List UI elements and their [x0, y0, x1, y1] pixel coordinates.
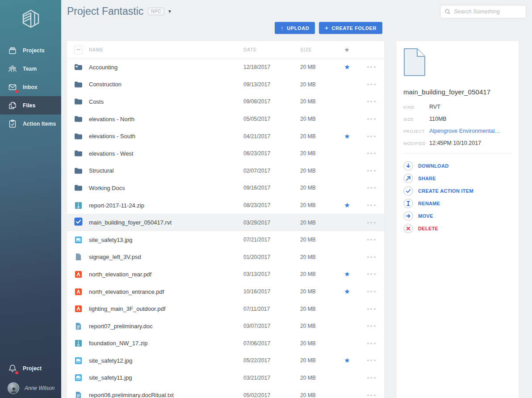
bell-icon	[8, 364, 17, 373]
sidebar-item-label: Team	[23, 66, 37, 72]
sidebar-item-action-items[interactable]: Action Items	[0, 114, 61, 133]
row-menu-button[interactable]	[366, 237, 377, 242]
row-menu-button[interactable]	[366, 289, 377, 294]
row-menu-button[interactable]	[366, 271, 377, 277]
star-icon[interactable]: ★	[344, 270, 350, 278]
upload-button[interactable]: ↑ UPLOAD	[275, 22, 315, 34]
table-row[interactable]: north_elevation_entrance.pdf10/16/201720…	[67, 283, 384, 301]
sidebar-item-inbox[interactable]: Inbox	[0, 78, 61, 96]
row-menu-button[interactable]	[366, 393, 377, 398]
sidebar-item-team[interactable]: Team	[0, 59, 61, 78]
table-row[interactable]: Accounting12/18/201720 MB★	[67, 59, 384, 76]
move-button[interactable]: MOVE	[403, 212, 512, 220]
table-row[interactable]: report-2017-11-24.zip08/23/201720 MB★	[67, 197, 384, 214]
table-row[interactable]: elevations - West06/23/201720 MB	[67, 145, 384, 162]
star-icon[interactable]: ★	[344, 288, 350, 295]
action-label: DOWNLOAD	[418, 163, 448, 169]
star-icon[interactable]: ★	[344, 63, 350, 71]
file-date: 02/07/2017	[243, 168, 300, 174]
share-button[interactable]: SHARE	[403, 174, 512, 182]
column-header-star-icon[interactable]: ★	[336, 46, 358, 53]
folder-icon	[74, 97, 83, 106]
row-menu-button[interactable]	[366, 203, 377, 208]
metadata-value-link[interactable]: Alpengrove Environmental…	[429, 128, 500, 134]
row-menu-button[interactable]	[366, 358, 377, 363]
table-row[interactable]: site_safety12.jpg05/22/201720 MB★	[67, 352, 384, 369]
row-menu-button[interactable]	[366, 375, 377, 381]
upload-arrow-icon: ↑	[281, 25, 284, 31]
row-menu-button[interactable]	[366, 82, 377, 87]
table-row[interactable]: site_safety13.jpg07/21/201720 MB	[67, 231, 384, 249]
select-all-checkbox[interactable]	[74, 46, 83, 54]
star-icon[interactable]: ★	[344, 356, 350, 364]
row-menu-button[interactable]	[366, 341, 377, 346]
metadata-value: 110MB	[429, 116, 447, 122]
row-menu-button[interactable]	[366, 185, 377, 191]
notification-dot	[15, 90, 18, 93]
sidebar-item-projects[interactable]: Projects	[0, 41, 61, 59]
panel-divider	[403, 153, 512, 154]
file-size: 20 MB	[300, 133, 336, 140]
table-row[interactable]: Construction09/13/201720 MB	[67, 76, 384, 93]
table-row[interactable]: Costs09/08/201720 MB	[67, 93, 384, 110]
company-logo-icon	[21, 9, 41, 29]
row-menu-button[interactable]	[366, 306, 377, 312]
create-action-item-button[interactable]: CREATE ACTION ITEM	[403, 187, 512, 195]
metadata-label: KIND	[403, 105, 429, 110]
file-name: elevations - North	[89, 116, 243, 123]
action-label: RENAME	[418, 201, 440, 206]
row-menu-button[interactable]	[366, 151, 377, 156]
row-menu-button[interactable]	[366, 99, 377, 104]
metadata-label: SIZE	[403, 117, 429, 122]
row-menu-button[interactable]	[366, 64, 377, 70]
download-button[interactable]: DOWNLOAD	[403, 162, 512, 170]
app-logo[interactable]	[0, 0, 61, 41]
sidebar-item-files[interactable]: Files	[0, 96, 61, 114]
file-name: Costs	[89, 98, 243, 105]
file-size: 20 MB	[300, 185, 336, 191]
star-icon[interactable]: ★	[344, 201, 350, 209]
table-row[interactable]: report06.preliminary.docRitual.txt05/02/…	[67, 386, 384, 398]
row-menu-button[interactable]	[366, 220, 377, 225]
column-header-name[interactable]: NAME	[89, 47, 243, 52]
column-header-date[interactable]: DATE	[243, 47, 300, 52]
table-row[interactable]: elevations - South04/21/201720 MB★	[67, 127, 384, 145]
zip-icon	[74, 339, 83, 347]
table-row[interactable]: Working Docs09/16/201720 MB	[67, 179, 384, 197]
row-checkbox-checked[interactable]	[74, 217, 83, 228]
table-row[interactable]: site_safety11.jpg03/21/201720 MB	[67, 369, 384, 387]
sidebar-item-label: Action Items	[23, 121, 56, 127]
project-notifications-button[interactable]: Project	[0, 359, 61, 378]
move-icon	[403, 211, 413, 221]
row-menu-button[interactable]	[366, 254, 377, 260]
action-label: CREATE ACTION ITEM	[418, 188, 473, 194]
table-row[interactable]: Structural02/07/201720 MB	[67, 162, 384, 180]
sidebar-item-label: Files	[23, 102, 35, 109]
column-header-size[interactable]: SIZE	[300, 47, 336, 52]
search-input[interactable]	[454, 8, 522, 15]
file-size: 20 MB	[300, 392, 336, 398]
project-dropdown-caret-icon[interactable]: ▼	[168, 9, 172, 14]
action-label: SHARE	[418, 176, 436, 181]
file-date: 06/23/2017	[243, 150, 300, 157]
row-menu-button[interactable]	[366, 168, 377, 174]
search-box[interactable]	[440, 5, 526, 18]
file-date: 03/07/2017	[243, 323, 300, 329]
row-menu-button[interactable]	[366, 116, 377, 122]
table-row[interactable]: main_building_foyer_050417.rvt03/29/2017…	[67, 214, 384, 231]
table-row[interactable]: lighting_main_3F_outdoor.pdf07/11/201720…	[67, 300, 384, 318]
file-name: report07_preliminary.doc	[89, 323, 243, 330]
row-menu-button[interactable]	[366, 134, 377, 139]
table-row[interactable]: foundation_NW_17.zip07/06/201720 MB	[67, 335, 384, 352]
delete-button[interactable]: DELETE	[403, 224, 512, 233]
create-folder-button[interactable]: + CREATE FOLDER	[319, 22, 382, 34]
table-row[interactable]: north_elevation_rear.pdf03/13/201720 MB★	[67, 266, 384, 283]
star-icon[interactable]: ★	[344, 132, 350, 140]
toolbar: ↑ UPLOAD + CREATE FOLDER	[67, 22, 384, 34]
user-account[interactable]: Anne Wilson	[0, 378, 61, 398]
table-row[interactable]: signage_left_3V.psd01/20/201720 MB	[67, 249, 384, 266]
rename-button[interactable]: RENAME	[403, 199, 512, 207]
table-row[interactable]: elevations - North05/05/201720 MB	[67, 110, 384, 128]
table-row[interactable]: report07_preliminary.doc03/07/201720 MB	[67, 318, 384, 335]
row-menu-button[interactable]	[366, 323, 377, 329]
